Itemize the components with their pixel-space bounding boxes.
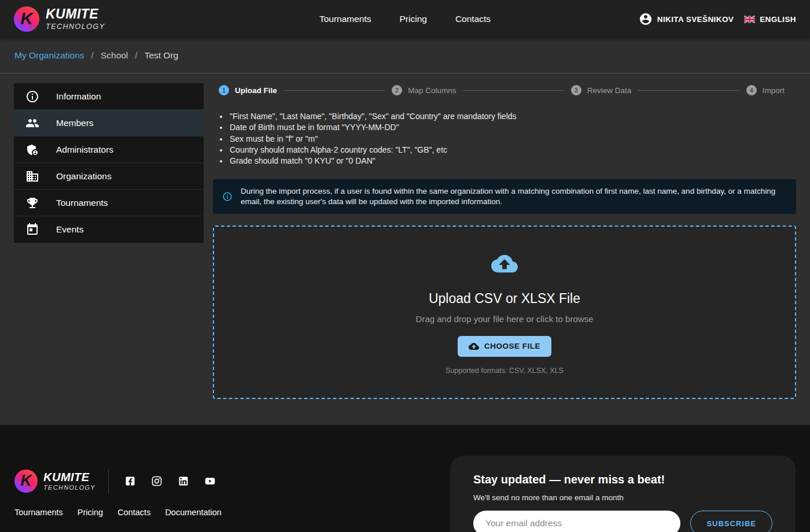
step-number: 2 <box>392 85 402 95</box>
step-label: Import <box>763 86 785 95</box>
app-header: K KUMITE TECHNOLOGY Tournaments Pricing … <box>0 0 810 38</box>
footer-link-documentation[interactable]: Documentation <box>165 508 222 517</box>
step-review-data: 3 Review Data <box>571 85 639 95</box>
logo-letter: K <box>20 10 33 27</box>
step-label: Review Data <box>587 86 632 95</box>
instagram-icon[interactable] <box>151 475 163 487</box>
avatar-icon <box>639 12 653 26</box>
step-connector <box>638 90 739 91</box>
import-rules-list: "First Name", "Last Name", "Birthday", "… <box>219 111 796 167</box>
newsletter-subtitle: We'll send no more than one email a mont… <box>473 493 772 502</box>
sidebar-item-label: Information <box>56 91 101 102</box>
breadcrumb-separator: / <box>135 50 137 61</box>
footer-link-pricing[interactable]: Pricing <box>78 508 103 517</box>
language-label: ENGLISH <box>760 15 796 24</box>
youtube-icon[interactable] <box>204 475 216 487</box>
sidebar-item-tournaments[interactable]: Tournaments <box>14 190 204 216</box>
brand-logo[interactable]: K KUMITE TECHNOLOGY <box>14 6 105 32</box>
step-map-columns: 2 Map Columns <box>392 85 463 95</box>
subscribe-button[interactable]: SUBSCRIBE <box>690 511 772 532</box>
cloud-upload-icon <box>469 341 479 352</box>
social-links <box>124 475 216 487</box>
breadcrumb-school[interactable]: School <box>101 50 128 61</box>
rule-item: Country should match Alpha-2 country cod… <box>229 145 796 156</box>
sidebar-item-label: Events <box>56 224 83 235</box>
step-number: 3 <box>571 85 581 95</box>
breadcrumb-current: Test Org <box>145 50 179 61</box>
breadcrumb-my-organizations[interactable]: My Organizations <box>14 50 84 61</box>
user-name: NIKITA SVEŠNIKOV <box>657 15 734 24</box>
footer-brand-tagline: TECHNOLOGY <box>43 484 95 491</box>
nav-contacts[interactable]: Contacts <box>455 14 491 24</box>
footer-divider <box>108 469 109 493</box>
linkedin-icon[interactable] <box>178 475 189 487</box>
dropzone-subtitle: Drag and drop your file here or click to… <box>416 314 594 324</box>
language-selector[interactable]: ENGLISH <box>744 15 796 24</box>
app-footer: K KUMITE TECHNOLOGY <box>0 425 810 532</box>
nav-pricing[interactable]: Pricing <box>400 14 427 24</box>
newsletter-title: Stay updated — never miss a beat! <box>473 473 772 486</box>
info-banner-text: During the import process, if a user is … <box>241 186 787 207</box>
email-input[interactable] <box>473 511 680 532</box>
sidebar-item-administrators[interactable]: Administrators <box>14 136 204 163</box>
brand-name: KUMITE <box>46 8 105 21</box>
logo-letter: K <box>20 473 32 489</box>
step-number: 1 <box>219 85 229 95</box>
sidebar-item-label: Members <box>56 118 94 128</box>
brand-tagline: TECHNOLOGY <box>46 23 105 31</box>
members-icon <box>25 116 39 130</box>
rule-item: Grade should match "0 KYU" or "0 DAN" <box>229 156 796 167</box>
supported-formats-text: Supported formats: CSV, XLSX, XLS <box>446 367 564 375</box>
building-icon <box>25 169 39 183</box>
trophy-icon <box>25 196 39 210</box>
sidebar-item-label: Administrators <box>56 145 113 155</box>
rule-item: Sex must be in "f" or "m" <box>229 134 796 145</box>
file-dropzone[interactable]: Upload CSV or XLSX File Drag and drop yo… <box>213 226 796 399</box>
user-menu[interactable]: NIKITA SVEŠNIKOV <box>639 12 734 26</box>
sidebar-item-label: Tournaments <box>56 198 108 208</box>
newsletter-card: Stay updated — never miss a beat! We'll … <box>450 456 796 532</box>
calendar-icon <box>25 223 39 237</box>
import-info-banner: During the import process, if a user is … <box>213 179 796 214</box>
step-label: Upload File <box>235 86 277 95</box>
rule-item: "First Name", "Last Name", "Birthday", "… <box>229 111 796 122</box>
step-number: 4 <box>746 85 757 95</box>
sidebar-item-organizations[interactable]: Organizations <box>14 163 204 190</box>
admin-shield-icon <box>25 143 39 157</box>
sidebar-item-information[interactable]: Information <box>14 83 204 110</box>
step-connector <box>463 90 564 91</box>
step-upload-file: 1 Upload File <box>219 85 284 95</box>
footer-link-contacts[interactable]: Contacts <box>117 508 150 517</box>
choose-file-button[interactable]: CHOOSE FILE <box>458 336 551 357</box>
step-import: 4 Import <box>746 85 791 95</box>
facebook-icon[interactable] <box>124 475 136 487</box>
info-icon <box>222 191 233 202</box>
footer-brand-name: KUMITE <box>43 471 95 483</box>
step-label: Map Columns <box>408 86 456 95</box>
import-stepper: 1 Upload File 2 Map Columns 3 Review Dat… <box>213 83 796 95</box>
rule-item: Date of Birth must be in format "YYYY-MM… <box>229 122 796 133</box>
breadcrumb: My Organizations / School / Test Org <box>0 38 810 73</box>
breadcrumb-separator: / <box>91 50 94 61</box>
footer-link-tournaments[interactable]: Tournaments <box>14 508 63 517</box>
nav-tournaments[interactable]: Tournaments <box>319 14 371 24</box>
sidebar-item-label: Organizations <box>56 171 112 182</box>
cloud-upload-icon <box>485 250 524 277</box>
kumite-logo-icon: K <box>14 470 38 493</box>
step-connector <box>284 90 385 91</box>
org-sidebar: Information Members Administrators Organ… <box>14 83 204 243</box>
sidebar-item-members[interactable]: Members <box>14 110 204 136</box>
dropzone-title: Upload CSV or XLSX File <box>429 291 580 306</box>
sidebar-item-events[interactable]: Events <box>14 216 204 243</box>
choose-file-label: CHOOSE FILE <box>484 342 540 350</box>
kumite-logo-icon: K <box>14 6 39 32</box>
uk-flag-icon <box>744 16 755 23</box>
info-icon <box>25 90 39 104</box>
